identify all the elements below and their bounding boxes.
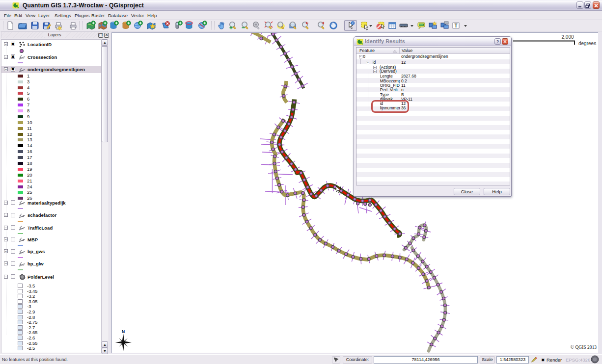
svg-text:© QGIS 2013: © QGIS 2013: [571, 345, 597, 350]
svg-text:2,000: 2,000: [561, 34, 574, 40]
svg-text:i: i: [353, 21, 354, 25]
svg-text:N: N: [122, 329, 125, 334]
svg-text:T: T: [454, 23, 457, 28]
svg-text:degrees: degrees: [578, 41, 596, 46]
